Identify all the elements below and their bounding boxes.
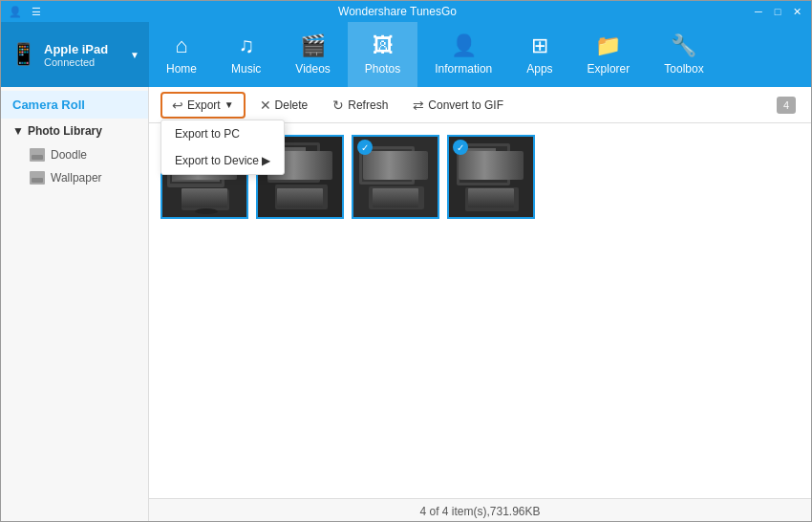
submenu-arrow-icon: ▶ <box>262 154 270 167</box>
collapse-arrow-icon: ▼ <box>12 124 24 138</box>
export-to-device-label: Export to Device <box>175 154 259 167</box>
nav-item-home[interactable]: ⌂ Home <box>149 22 214 87</box>
export-dropdown-arrow-icon: ▼ <box>224 99 234 110</box>
explorer-icon: 📁 <box>595 33 621 58</box>
svg-rect-17 <box>364 151 400 170</box>
svg-rect-5 <box>182 189 229 210</box>
wallpaper-thumbnail-icon <box>30 171 45 185</box>
information-icon: 👤 <box>451 33 477 58</box>
svg-rect-16 <box>362 149 412 182</box>
device-info[interactable]: 📱 Apple iPad Connected ▼ <box>1 22 149 87</box>
nav-label-music: Music <box>231 62 261 76</box>
device-name: Apple iPad <box>44 42 122 56</box>
close-button[interactable]: ✕ <box>790 5 803 18</box>
window-controls: ─ □ ✕ <box>752 5 803 18</box>
nav-item-information[interactable]: 👤 Information <box>417 22 509 87</box>
videos-icon: 🎬 <box>300 33 326 58</box>
wallpaper-label: Wallpaper <box>51 171 102 185</box>
toolbar: ↩ Export ▼ ✕ Delete ↻ Refresh ⇄ Convert … <box>149 87 811 123</box>
device-text: Apple iPad Connected <box>44 42 122 68</box>
convert-gif-button[interactable]: ⇄ Convert to GIF <box>402 93 514 118</box>
nav-label-videos: Videos <box>295 62 330 76</box>
nav-items: ⌂ Home ♫ Music 🎬 Videos 🖼 Photos 👤 Infor… <box>149 22 811 87</box>
export-to-device-item[interactable]: Export to Device ▶ <box>161 147 284 174</box>
nav-item-videos[interactable]: 🎬 Videos <box>278 22 347 87</box>
export-to-pc-item[interactable]: Export to PC <box>161 120 284 147</box>
photo-thumb-3[interactable]: ✓ <box>352 135 439 219</box>
title-bar-left-icons: 👤 ☰ <box>9 5 43 18</box>
device-status: Connected <box>44 56 122 68</box>
nav-item-apps[interactable]: ⊞ Apps <box>509 22 569 87</box>
nav-label-photos: Photos <box>365 62 400 76</box>
refresh-label: Refresh <box>348 98 388 112</box>
photo-library-label: Photo Library <box>28 124 102 138</box>
convert-gif-icon: ⇄ <box>413 98 424 113</box>
main-layout: Camera Roll ▼ Photo Library Doodle Wallp… <box>1 87 811 522</box>
svg-rect-24 <box>465 187 519 211</box>
nav-bar: 📱 Apple iPad Connected ▼ ⌂ Home ♫ Music … <box>1 22 811 87</box>
export-to-pc-label: Export to PC <box>175 127 240 141</box>
svg-rect-25 <box>469 191 513 206</box>
export-icon: ↩ <box>172 98 183 113</box>
menu-icon[interactable]: ☰ <box>30 5 43 18</box>
nav-item-music[interactable]: ♫ Music <box>214 22 278 87</box>
export-dropdown-menu: Export to PC Export to Device ▶ <box>160 120 285 175</box>
delete-icon: ✕ <box>260 98 271 113</box>
sidebar: Camera Roll ▼ Photo Library Doodle Wallp… <box>1 87 149 522</box>
svg-rect-13 <box>279 188 322 204</box>
sidebar-item-wallpaper[interactable]: Wallpaper <box>1 166 148 189</box>
home-icon: ⌂ <box>175 33 187 58</box>
nav-label-apps: Apps <box>526 62 552 76</box>
export-label: Export <box>187 98 221 112</box>
content-area: ↩ Export ▼ ✕ Delete ↻ Refresh ⇄ Convert … <box>149 87 811 522</box>
nav-item-explorer[interactable]: 📁 Explorer <box>570 22 648 87</box>
nav-label-toolbox: Toolbox <box>664 62 703 76</box>
device-icon: 📱 <box>11 42 36 67</box>
sidebar-item-camera-roll[interactable]: Camera Roll <box>1 91 148 119</box>
svg-rect-12 <box>275 185 328 209</box>
photo-check-4: ✓ <box>453 140 468 155</box>
photo-thumb-4[interactable]: ✓ <box>447 135 535 219</box>
user-icon[interactable]: 👤 <box>9 5 22 18</box>
nav-label-explorer: Explorer <box>588 62 630 76</box>
nav-label-information: Information <box>435 62 492 76</box>
refresh-button[interactable]: ↻ Refresh <box>322 93 398 118</box>
svg-rect-6 <box>186 192 224 206</box>
doodle-label: Doodle <box>51 148 87 162</box>
nav-item-photos[interactable]: 🖼 Photos <box>348 22 417 87</box>
svg-rect-18 <box>369 186 424 209</box>
svg-rect-22 <box>459 146 507 183</box>
svg-point-7 <box>195 208 218 214</box>
status-bar: 4 of 4 item(s),731.96KB <box>149 498 811 522</box>
device-dropdown-arrow[interactable]: ▼ <box>130 50 139 60</box>
photos-icon: 🖼 <box>373 33 394 58</box>
app-title: Wondershare TunesGo <box>43 5 752 18</box>
title-bar: 👤 ☰ Wondershare TunesGo ─ □ ✕ <box>1 1 811 22</box>
delete-button[interactable]: ✕ Delete <box>249 93 319 118</box>
count-badge: 4 <box>777 97 796 114</box>
doodle-thumbnail-icon <box>30 148 45 162</box>
music-icon: ♫ <box>238 33 254 58</box>
camera-roll-label: Camera Roll <box>12 98 85 112</box>
svg-rect-19 <box>373 190 418 204</box>
apps-icon: ⊞ <box>531 33 548 58</box>
nav-item-toolbox[interactable]: 🔧 Toolbox <box>647 22 720 87</box>
sidebar-item-doodle[interactable]: Doodle <box>1 143 148 166</box>
toolbox-icon: 🔧 <box>671 33 696 58</box>
convert-gif-label: Convert to GIF <box>428 98 503 112</box>
maximize-button[interactable]: □ <box>771 5 784 18</box>
nav-label-home: Home <box>166 62 197 76</box>
delete-label: Delete <box>275 98 309 112</box>
export-button[interactable]: ↩ Export ▼ <box>160 92 246 119</box>
photo-check-3: ✓ <box>357 140 373 155</box>
minimize-button[interactable]: ─ <box>752 5 765 18</box>
photos-grid: ✓ ✓ <box>149 123 811 498</box>
status-text: 4 of 4 item(s),731.96KB <box>419 505 540 518</box>
sidebar-section-photo-library[interactable]: ▼ Photo Library <box>1 119 148 143</box>
refresh-icon: ↻ <box>332 98 344 113</box>
